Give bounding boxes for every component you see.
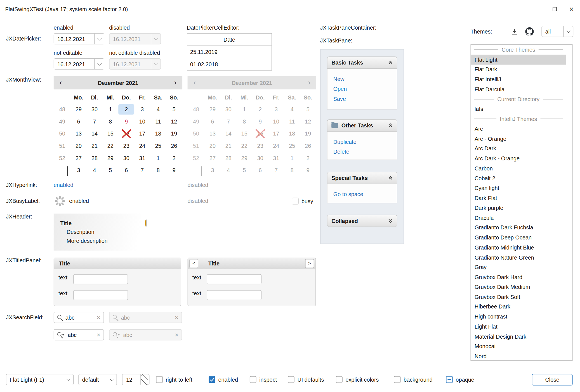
theme-item[interactable]: Gradianto Midnight Blue (471, 243, 566, 252)
checkbox-background[interactable]: background (394, 374, 433, 385)
theme-item[interactable]: Material Design Dark (471, 331, 566, 341)
theme-list[interactable]: Core ThemesFlat LightFlat DarkFlat Intel… (470, 44, 572, 361)
next-month-icon[interactable]: › (168, 76, 182, 89)
theme-item[interactable]: Arc - Orange (471, 134, 566, 143)
font-combo[interactable]: default (78, 374, 117, 385)
text-input[interactable] (73, 274, 128, 284)
theme-item[interactable]: Carbon (471, 163, 566, 173)
close-window-button[interactable]: ✕ (563, 0, 580, 18)
theme-item[interactable]: Flat Darcula (471, 84, 566, 94)
maximize-button[interactable] (546, 0, 563, 18)
laf-combo[interactable]: Flat Light (F1) (6, 374, 74, 385)
close-button[interactable]: Close (532, 374, 572, 386)
text-input[interactable] (207, 290, 261, 300)
calendar-day[interactable]: 26 (166, 141, 182, 151)
theme-item[interactable]: Dark Flat (471, 193, 566, 203)
calendar-day[interactable]: 7 (134, 165, 150, 175)
theme-item[interactable]: Dracula (471, 213, 566, 223)
calendar-day[interactable]: 20 (71, 141, 87, 151)
theme-item[interactable]: Flat Dark (471, 65, 566, 74)
calendar-day[interactable]: 5 (102, 165, 118, 175)
font-size-spinner[interactable]: 12 (122, 374, 149, 385)
collapse-chevron-icon[interactable] (388, 60, 393, 65)
search-text[interactable]: abc (68, 332, 96, 338)
chevron-down-icon[interactable] (64, 374, 73, 385)
calendar-day[interactable]: 12 (166, 116, 182, 127)
theme-item[interactable]: Arc Dark - Orange (471, 153, 566, 163)
calendar-day[interactable]: 27 (71, 153, 87, 163)
datepicker-not-editable[interactable]: 16.12.2021 (54, 58, 104, 70)
theme-filter-combo[interactable]: all (541, 26, 573, 37)
search-field-with-menu[interactable]: abc ✕ (54, 329, 104, 341)
theme-item[interactable]: Flat IntelliJ (471, 74, 566, 84)
calendar-day[interactable]: 6 (118, 165, 134, 175)
search-menu-icon[interactable] (57, 332, 65, 338)
calendar-day[interactable]: 31 (134, 153, 150, 163)
checkbox-ui-defaults[interactable]: UI defaults (288, 374, 324, 385)
calendar-day[interactable]: 30 (118, 153, 134, 163)
checkbox-right-to-left[interactable]: right-to-left (156, 374, 192, 385)
task-link-duplicate[interactable]: Duplicate (333, 137, 397, 147)
theme-item[interactable]: Dark purple (471, 203, 566, 213)
calendar-day[interactable]: 6 (71, 116, 87, 127)
text-input[interactable] (73, 290, 128, 300)
calendar-day[interactable]: 25 (150, 141, 166, 151)
taskpane-header[interactable]: Other Tasks (327, 119, 397, 132)
calendar-day[interactable]: 19 (166, 129, 182, 139)
chevron-down-icon[interactable] (94, 34, 104, 44)
panel-next-button[interactable]: > (305, 259, 314, 268)
download-icon[interactable] (510, 27, 519, 36)
theme-item[interactable]: Gruvbox Dark Hard (471, 272, 566, 282)
search-text[interactable]: abc (65, 314, 96, 320)
checkbox-box[interactable] (209, 376, 215, 383)
calendar-day[interactable]: 11 (150, 116, 166, 127)
calendar-day[interactable]: 16 (118, 129, 134, 139)
taskpane-header[interactable]: Basic Tasks (327, 56, 397, 69)
calendar-day[interactable]: 30 (87, 104, 103, 114)
calendar-day[interactable]: 13 (71, 129, 87, 139)
task-link-go-to-space[interactable]: Go to space (333, 189, 397, 199)
theme-item[interactable]: Cyan light (471, 183, 566, 193)
search-field[interactable]: abc ✕ (54, 312, 104, 323)
theme-item[interactable]: Cobalt 2 (471, 173, 566, 183)
calendar-day[interactable]: 2 (166, 153, 182, 163)
theme-item[interactable]: Gradianto Nature Green (471, 252, 566, 262)
chevron-down-icon[interactable] (107, 374, 116, 385)
calendar-day[interactable]: 14 (87, 129, 103, 139)
calendar-day[interactable]: 9 (118, 116, 134, 127)
theme-item[interactable]: Arc (471, 124, 566, 134)
calendar-day[interactable]: 8 (102, 116, 118, 127)
collapse-chevron-icon[interactable] (388, 123, 393, 128)
theme-item[interactable]: Monocai (471, 341, 566, 351)
expand-chevron-icon[interactable] (388, 218, 393, 223)
taskpane-header[interactable]: Special Tasks (327, 172, 397, 184)
calendar-day[interactable]: 2 (118, 104, 134, 114)
table-row[interactable]: 01.02.2018 (187, 58, 272, 70)
calendar-day[interactable]: 7 (87, 116, 103, 127)
calendar-day[interactable]: 9 (166, 165, 182, 175)
checkbox-explicit-colors[interactable]: explicit colors (336, 374, 379, 385)
calendar-day[interactable]: 28 (87, 153, 103, 163)
checkbox-opaque[interactable]: opaque (446, 374, 474, 385)
datepicker-enabled[interactable]: 16.12.2021 (54, 33, 104, 44)
theme-item[interactable]: Flat Light (471, 54, 566, 64)
calendar-day[interactable]: 22 (102, 141, 118, 151)
checkbox-box[interactable] (156, 376, 163, 383)
checkbox-box[interactable] (336, 376, 343, 383)
checkbox-box[interactable] (394, 376, 401, 383)
calendar-day[interactable]: 29 (102, 153, 118, 163)
calendar-day[interactable]: 3 (134, 104, 150, 114)
calendar-day[interactable]: 8 (150, 165, 166, 175)
taskpane-header[interactable]: Collapsed (327, 215, 397, 227)
theme-item[interactable]: Nord (471, 351, 566, 361)
hyperlink-enabled[interactable]: enabled (54, 182, 74, 188)
calendar-day[interactable]: 10 (134, 116, 150, 127)
checkbox-box[interactable] (250, 376, 256, 383)
theme-item[interactable]: Gruvbox Dark Soft (471, 292, 566, 302)
prev-month-icon[interactable]: ‹ (54, 76, 68, 89)
checkbox-box[interactable] (288, 376, 294, 383)
theme-item[interactable]: Light Flat (471, 322, 566, 331)
task-link-new[interactable]: New (333, 74, 397, 84)
table-row[interactable]: 25.11.2019 (187, 46, 272, 58)
checkbox-box[interactable] (446, 376, 453, 383)
